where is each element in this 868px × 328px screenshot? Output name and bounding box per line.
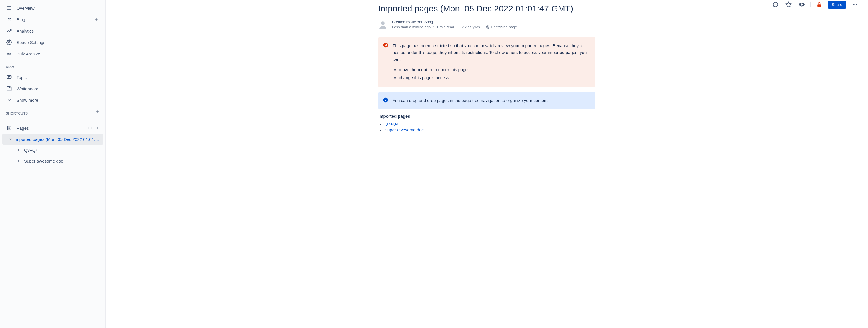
svg-point-5 — [8, 42, 10, 43]
sidebar-item-label: Show more — [17, 98, 100, 102]
chart-icon — [6, 27, 12, 34]
warning-bullet: change this page's access — [399, 74, 590, 81]
svg-point-34 — [385, 98, 386, 99]
svg-point-17 — [90, 128, 91, 128]
toolbar-separator — [810, 2, 811, 7]
page-tree-item-super-awesome[interactable]: Super awesome doc — [2, 155, 103, 166]
author-name: Jie Yan Song — [411, 20, 433, 24]
svg-point-28 — [856, 4, 857, 5]
comments-icon[interactable] — [771, 0, 780, 9]
sidebar-item-blog[interactable]: Blog — [2, 14, 103, 25]
page-tree-label: Imported pages (Mon, 05 Dec 2022 01:01:4… — [14, 137, 101, 142]
watch-icon[interactable] — [797, 0, 806, 9]
imported-pages-label: Imported pages: — [378, 114, 595, 119]
imported-links-list: Q3+Q4 Super awesome doc — [378, 121, 595, 132]
sidebar-item-whiteboard[interactable]: Whiteboard — [2, 83, 103, 94]
warning-text: This page has been restricted so that yo… — [393, 42, 590, 63]
page-toolbar: Share — [771, 0, 860, 9]
share-button[interactable]: Share — [828, 1, 846, 8]
svg-point-30 — [486, 25, 489, 29]
main-content: Share Imported pages (Mon, 05 Dec 2022 0… — [106, 0, 868, 328]
archive-icon — [6, 50, 12, 57]
avatar — [378, 20, 388, 29]
sidebar-item-label: Blog — [17, 17, 93, 22]
whiteboard-icon — [6, 85, 12, 92]
svg-point-16 — [88, 128, 89, 128]
sidebar-item-show-more[interactable]: Show more — [2, 94, 103, 106]
sidebar-item-topic[interactable]: Topic — [2, 71, 103, 83]
star-icon[interactable] — [784, 0, 793, 9]
svg-point-29 — [381, 22, 384, 25]
sidebar-item-pages[interactable]: Pages — [2, 122, 103, 134]
sidebar-item-analytics[interactable]: Analytics — [2, 25, 103, 36]
info-icon — [383, 97, 389, 103]
svg-rect-35 — [385, 100, 386, 101]
restricted-link[interactable]: Restricted page — [486, 25, 517, 29]
svg-point-31 — [487, 26, 489, 28]
quote-icon — [6, 16, 12, 23]
sidebar-item-label: Bulk Archive — [17, 52, 100, 56]
pages-more-button[interactable] — [87, 125, 93, 131]
sidebar-item-overview[interactable]: Overview — [2, 2, 103, 14]
add-shortcut-button[interactable] — [95, 110, 100, 114]
byline: Created by Jie Yan Song Less than a minu… — [378, 20, 595, 29]
pages-label: Pages — [17, 126, 87, 130]
gear-icon — [6, 39, 12, 46]
info-panel: You can drag and drop pages in the page … — [378, 92, 595, 109]
shortcuts-section-header: SHORTCUTS — [2, 106, 95, 118]
more-actions-icon[interactable] — [850, 0, 860, 9]
chevron-down-icon[interactable] — [7, 136, 13, 142]
page-tree-label: Q3+Q4 — [24, 148, 38, 153]
svg-rect-25 — [817, 4, 821, 6]
page-tree-item-imported[interactable]: Imported pages (Mon, 05 Dec 2022 01:01:4… — [2, 134, 103, 145]
page-tree-label: Super awesome doc — [24, 158, 63, 163]
topic-icon — [6, 74, 12, 81]
read-time: 1 min read — [437, 25, 454, 29]
svg-point-27 — [854, 4, 855, 5]
svg-marker-23 — [786, 2, 791, 7]
info-text: You can drag and drop pages in the page … — [393, 97, 590, 104]
add-page-button[interactable] — [95, 126, 100, 130]
error-icon — [383, 42, 389, 48]
page-tree-item-q3q4[interactable]: Q3+Q4 — [2, 145, 103, 155]
sidebar-item-space-settings[interactable]: Space Settings — [2, 36, 103, 48]
analytics-link[interactable]: Analytics — [460, 25, 480, 29]
imported-link-q3q4[interactable]: Q3+Q4 — [384, 121, 399, 126]
svg-point-18 — [91, 128, 92, 128]
imported-link-super-awesome[interactable]: Super awesome doc — [384, 127, 424, 132]
chevron-down-icon — [6, 96, 12, 103]
warning-panel: This page has been restricted so that yo… — [378, 37, 595, 87]
time-ago: Less than a minute ago — [392, 25, 431, 29]
sidebar-item-label: Topic — [17, 75, 100, 80]
author-line: Created by Jie Yan Song — [392, 20, 517, 24]
created-by-prefix: Created by — [392, 20, 411, 24]
sidebar-item-label: Overview — [17, 6, 100, 10]
sidebar-item-label: Space Settings — [17, 40, 100, 45]
bullet-icon — [18, 149, 20, 151]
warning-bullet: move them out from under this page — [399, 66, 590, 73]
sidebar-item-bulk-archive[interactable]: Bulk Archive — [2, 48, 103, 59]
bullet-icon — [18, 160, 20, 162]
apps-section-header: APPS — [2, 59, 103, 71]
lock-icon[interactable] — [814, 0, 824, 9]
sidebar-item-label: Analytics — [17, 29, 100, 33]
pages-icon — [6, 125, 12, 131]
svg-point-26 — [853, 4, 854, 5]
overview-icon — [6, 5, 12, 11]
svg-point-24 — [801, 4, 802, 5]
svg-rect-8 — [7, 76, 11, 78]
restricted-link-label: Restricted page — [491, 25, 517, 29]
sidebar-item-label: Whiteboard — [17, 86, 100, 91]
add-blog-button[interactable] — [93, 16, 100, 23]
page-title: Imported pages (Mon, 05 Dec 2022 01:01:4… — [378, 3, 595, 14]
analytics-link-label: Analytics — [465, 25, 480, 29]
sidebar: Overview Blog Analytics Space Settings B… — [0, 0, 106, 328]
